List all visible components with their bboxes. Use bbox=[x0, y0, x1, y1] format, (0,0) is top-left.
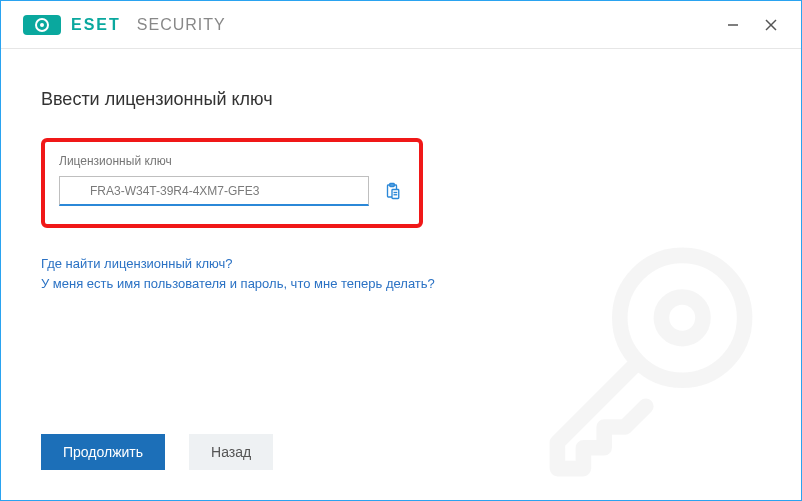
license-key-label: Лицензионный ключ bbox=[59, 154, 405, 168]
brand-logo: ESET SECURITY bbox=[23, 15, 226, 35]
page-title: Ввести лицензионный ключ bbox=[41, 89, 761, 110]
window-controls bbox=[723, 15, 791, 35]
svg-rect-8 bbox=[392, 190, 399, 199]
brand-eset-text: ESET bbox=[71, 16, 121, 34]
content-area: Ввести лицензионный ключ Лицензионный кл… bbox=[1, 49, 801, 500]
link-have-username-password[interactable]: У меня есть имя пользователя и пароль, ч… bbox=[41, 274, 761, 294]
footer-buttons: Продолжить Назад bbox=[41, 434, 273, 470]
app-window: ESET SECURITY Ввести лицензионный ключ Л… bbox=[0, 0, 802, 501]
license-input-row bbox=[59, 176, 405, 206]
titlebar: ESET SECURITY bbox=[1, 1, 801, 49]
close-button[interactable] bbox=[761, 15, 781, 35]
continue-button[interactable]: Продолжить bbox=[41, 434, 165, 470]
license-key-section: Лицензионный ключ bbox=[41, 138, 423, 228]
paste-button[interactable] bbox=[379, 178, 405, 204]
help-links: Где найти лицензионный ключ? У меня есть… bbox=[41, 254, 761, 293]
link-where-to-find-key[interactable]: Где найти лицензионный ключ? bbox=[41, 254, 761, 274]
svg-point-4 bbox=[661, 297, 703, 339]
license-input-wrap bbox=[59, 176, 369, 206]
brand-security-text: SECURITY bbox=[137, 16, 226, 34]
minimize-button[interactable] bbox=[723, 15, 743, 35]
back-button[interactable]: Назад bbox=[189, 434, 273, 470]
eset-badge-icon bbox=[23, 15, 61, 35]
license-key-input[interactable] bbox=[59, 176, 369, 206]
